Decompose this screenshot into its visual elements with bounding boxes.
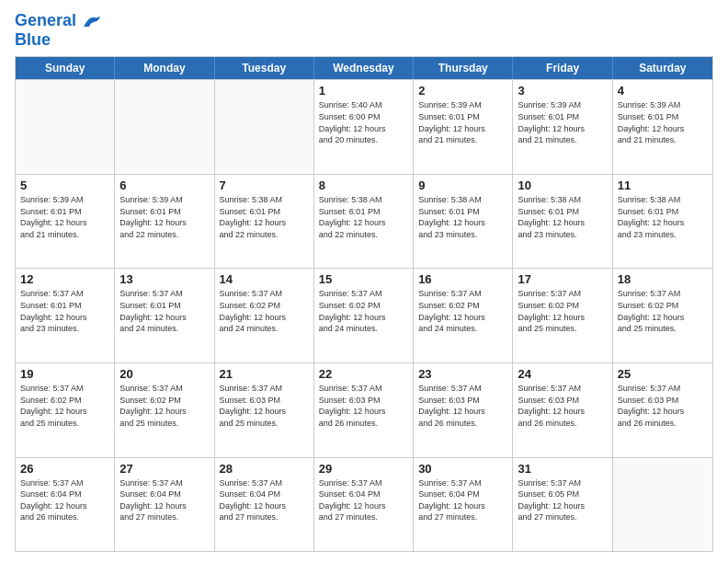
cell-info-text: Sunrise: 5:38 AM Sunset: 6:01 PM Dayligh… (220, 194, 309, 240)
cell-info-text: Sunrise: 5:37 AM Sunset: 6:01 PM Dayligh… (20, 288, 109, 334)
cell-info-text: Sunrise: 5:37 AM Sunset: 6:02 PM Dayligh… (119, 383, 209, 429)
calendar-cell: 25Sunrise: 5:37 AM Sunset: 6:03 PM Dayli… (613, 363, 712, 457)
cell-info-text: Sunrise: 5:37 AM Sunset: 6:04 PM Dayligh… (119, 477, 209, 523)
cell-day-number: 11 (618, 178, 708, 192)
calendar-cell: 17Sunrise: 5:37 AM Sunset: 6:02 PM Dayli… (513, 269, 612, 362)
cell-info-text: Sunrise: 5:39 AM Sunset: 6:01 PM Dayligh… (418, 99, 507, 145)
calendar-cell: 1Sunrise: 5:40 AM Sunset: 6:00 PM Daylig… (314, 80, 414, 174)
logo-text: General (15, 11, 102, 30)
calendar-week-row: 19Sunrise: 5:37 AM Sunset: 6:02 PM Dayli… (16, 362, 712, 457)
cell-info-text: Sunrise: 5:38 AM Sunset: 6:01 PM Dayligh… (618, 194, 708, 240)
calendar-header-cell: Thursday (414, 57, 513, 79)
cell-info-text: Sunrise: 5:37 AM Sunset: 6:04 PM Dayligh… (418, 477, 507, 523)
calendar-header-cell: Friday (513, 57, 612, 79)
cell-info-text: Sunrise: 5:37 AM Sunset: 6:02 PM Dayligh… (220, 288, 309, 334)
cell-info-text: Sunrise: 5:40 AM Sunset: 6:00 PM Dayligh… (319, 99, 408, 145)
cell-info-text: Sunrise: 5:37 AM Sunset: 6:05 PM Dayligh… (518, 477, 607, 523)
cell-info-text: Sunrise: 5:37 AM Sunset: 6:03 PM Dayligh… (319, 383, 408, 429)
calendar-cell: 3Sunrise: 5:39 AM Sunset: 6:01 PM Daylig… (513, 80, 612, 174)
calendar-cell: 30Sunrise: 5:37 AM Sunset: 6:04 PM Dayli… (414, 458, 513, 552)
cell-day-number: 15 (319, 272, 408, 286)
cell-day-number: 9 (418, 178, 507, 192)
cell-info-text: Sunrise: 5:37 AM Sunset: 6:03 PM Dayligh… (518, 383, 607, 429)
calendar-cell: 21Sunrise: 5:37 AM Sunset: 6:03 PM Dayli… (215, 363, 314, 457)
calendar-header-row: SundayMondayTuesdayWednesdayThursdayFrid… (16, 57, 712, 79)
cell-info-text: Sunrise: 5:37 AM Sunset: 6:02 PM Dayligh… (518, 288, 607, 334)
cell-day-number: 1 (319, 84, 408, 98)
calendar-cell: 5Sunrise: 5:39 AM Sunset: 6:01 PM Daylig… (16, 175, 115, 269)
calendar-week-row: 12Sunrise: 5:37 AM Sunset: 6:01 PM Dayli… (16, 268, 712, 362)
calendar: SundayMondayTuesdayWednesdayThursdayFrid… (15, 56, 713, 552)
cell-day-number: 26 (20, 462, 109, 476)
cell-info-text: Sunrise: 5:39 AM Sunset: 6:01 PM Dayligh… (618, 99, 708, 145)
cell-day-number: 13 (119, 272, 209, 286)
calendar-cell: 19Sunrise: 5:37 AM Sunset: 6:02 PM Dayli… (16, 363, 115, 457)
calendar-cell: 9Sunrise: 5:38 AM Sunset: 6:01 PM Daylig… (414, 175, 513, 269)
cell-info-text: Sunrise: 5:37 AM Sunset: 6:04 PM Dayligh… (319, 477, 408, 523)
calendar-cell: 15Sunrise: 5:37 AM Sunset: 6:02 PM Dayli… (314, 269, 414, 362)
cell-info-text: Sunrise: 5:37 AM Sunset: 6:04 PM Dayligh… (20, 477, 109, 523)
calendar-cell: 29Sunrise: 5:37 AM Sunset: 6:04 PM Dayli… (314, 458, 414, 552)
cell-info-text: Sunrise: 5:37 AM Sunset: 6:03 PM Dayligh… (618, 383, 708, 429)
logo: General Blue (15, 11, 102, 49)
calendar-cell: 8Sunrise: 5:38 AM Sunset: 6:01 PM Daylig… (314, 175, 414, 269)
cell-day-number: 20 (119, 367, 209, 381)
cell-day-number: 16 (418, 272, 507, 286)
calendar-week-row: 5Sunrise: 5:39 AM Sunset: 6:01 PM Daylig… (16, 174, 712, 269)
calendar-cell: 14Sunrise: 5:37 AM Sunset: 6:02 PM Dayli… (215, 269, 314, 362)
calendar-cell: 6Sunrise: 5:39 AM Sunset: 6:01 PM Daylig… (115, 175, 214, 269)
page: General Blue SundayMondayTuesdayWednesda… (0, 0, 728, 563)
calendar-cell: 28Sunrise: 5:37 AM Sunset: 6:04 PM Dayli… (215, 458, 314, 552)
calendar-cell: 22Sunrise: 5:37 AM Sunset: 6:03 PM Dayli… (314, 363, 414, 457)
cell-info-text: Sunrise: 5:37 AM Sunset: 6:03 PM Dayligh… (220, 383, 309, 429)
cell-day-number: 21 (220, 367, 309, 381)
calendar-cell (16, 80, 115, 174)
cell-info-text: Sunrise: 5:39 AM Sunset: 6:01 PM Dayligh… (518, 99, 607, 145)
cell-info-text: Sunrise: 5:38 AM Sunset: 6:01 PM Dayligh… (418, 194, 507, 240)
cell-day-number: 24 (518, 367, 607, 381)
cell-day-number: 31 (518, 462, 607, 476)
cell-day-number: 25 (618, 367, 708, 381)
cell-day-number: 18 (618, 272, 708, 286)
cell-day-number: 27 (119, 462, 209, 476)
calendar-header-cell: Wednesday (314, 57, 414, 79)
cell-info-text: Sunrise: 5:37 AM Sunset: 6:03 PM Dayligh… (418, 383, 507, 429)
cell-day-number: 22 (319, 367, 408, 381)
cell-info-text: Sunrise: 5:39 AM Sunset: 6:01 PM Dayligh… (119, 194, 209, 240)
calendar-cell (215, 80, 314, 174)
calendar-cell: 11Sunrise: 5:38 AM Sunset: 6:01 PM Dayli… (613, 175, 712, 269)
cell-info-text: Sunrise: 5:37 AM Sunset: 6:02 PM Dayligh… (418, 288, 507, 334)
cell-day-number: 28 (220, 462, 309, 476)
cell-day-number: 4 (618, 84, 708, 98)
calendar-cell: 27Sunrise: 5:37 AM Sunset: 6:04 PM Dayli… (115, 458, 214, 552)
calendar-week-row: 1Sunrise: 5:40 AM Sunset: 6:00 PM Daylig… (16, 79, 712, 174)
logo-general: General (15, 11, 76, 29)
calendar-cell (613, 458, 712, 552)
calendar-body: 1Sunrise: 5:40 AM Sunset: 6:00 PM Daylig… (16, 79, 712, 551)
calendar-cell: 31Sunrise: 5:37 AM Sunset: 6:05 PM Dayli… (513, 458, 612, 552)
calendar-cell: 7Sunrise: 5:38 AM Sunset: 6:01 PM Daylig… (215, 175, 314, 269)
calendar-cell: 23Sunrise: 5:37 AM Sunset: 6:03 PM Dayli… (414, 363, 513, 457)
cell-day-number: 8 (319, 178, 408, 192)
cell-info-text: Sunrise: 5:37 AM Sunset: 6:02 PM Dayligh… (618, 288, 708, 334)
calendar-cell: 12Sunrise: 5:37 AM Sunset: 6:01 PM Dayli… (16, 269, 115, 362)
cell-info-text: Sunrise: 5:38 AM Sunset: 6:01 PM Dayligh… (319, 194, 408, 240)
header: General Blue (15, 11, 713, 49)
cell-day-number: 10 (518, 178, 607, 192)
cell-info-text: Sunrise: 5:37 AM Sunset: 6:02 PM Dayligh… (20, 383, 109, 429)
cell-day-number: 3 (518, 84, 607, 98)
cell-day-number: 14 (220, 272, 309, 286)
calendar-cell: 13Sunrise: 5:37 AM Sunset: 6:01 PM Dayli… (115, 269, 214, 362)
cell-info-text: Sunrise: 5:37 AM Sunset: 6:01 PM Dayligh… (119, 288, 209, 334)
calendar-cell: 18Sunrise: 5:37 AM Sunset: 6:02 PM Dayli… (613, 269, 712, 362)
cell-day-number: 2 (418, 84, 507, 98)
calendar-cell: 10Sunrise: 5:38 AM Sunset: 6:01 PM Dayli… (513, 175, 612, 269)
calendar-header-cell: Tuesday (215, 57, 314, 79)
logo-blue: Blue (15, 30, 102, 50)
cell-day-number: 19 (20, 367, 109, 381)
cell-info-text: Sunrise: 5:37 AM Sunset: 6:04 PM Dayligh… (220, 477, 309, 523)
cell-day-number: 23 (418, 367, 507, 381)
calendar-cell: 2Sunrise: 5:39 AM Sunset: 6:01 PM Daylig… (414, 80, 513, 174)
calendar-header-cell: Sunday (16, 57, 115, 79)
cell-day-number: 7 (220, 178, 309, 192)
